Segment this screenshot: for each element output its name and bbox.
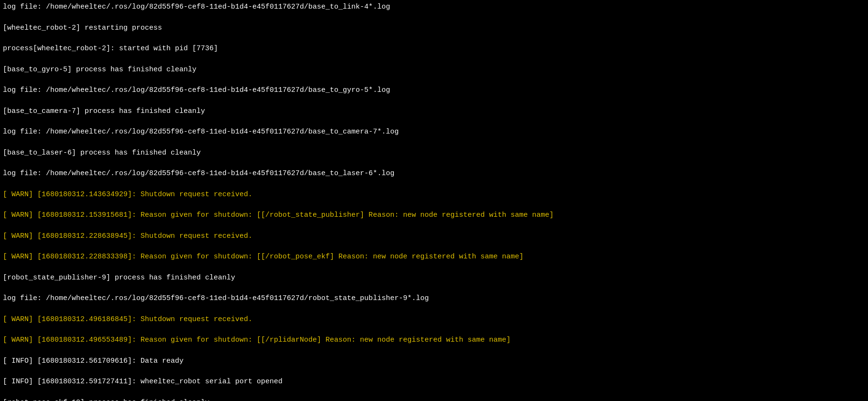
terminal-output: log file: /home/wheeltec/.ros/log/82d55f…	[0, 0, 868, 401]
terminal-line-19: [robot_pose_ekf-10] process has finished…	[3, 398, 865, 401]
terminal-line-4: log file: /home/wheeltec/.ros/log/82d55f…	[3, 85, 865, 96]
terminal-line-1: [wheeltec_robot-2] restarting process	[3, 23, 865, 33]
terminal-line-8: log file: /home/wheeltec/.ros/log/82d55f…	[3, 168, 865, 179]
terminal-line-5: [base_to_camera-7] process has finished …	[3, 106, 865, 117]
terminal-line-7: [base_to_laser-6] process has finished c…	[3, 148, 865, 158]
terminal-line-6: log file: /home/wheeltec/.ros/log/82d55f…	[3, 127, 865, 137]
terminal-line-2: process[wheeltec_robot-2]: started with …	[3, 44, 865, 54]
terminal-line-0: log file: /home/wheeltec/.ros/log/82d55f…	[3, 2, 865, 12]
terminal-line-12: [ WARN] [1680180312.228833398]: Reason g…	[3, 252, 865, 262]
terminal-line-13: [robot_state_publisher-9] process has fi…	[3, 273, 865, 283]
terminal-line-16: [ WARN] [1680180312.496553489]: Reason g…	[3, 335, 865, 345]
terminal-line-10: [ WARN] [1680180312.153915681]: Reason g…	[3, 210, 865, 221]
terminal-line-3: [base_to_gyro-5] process has finished cl…	[3, 65, 865, 75]
terminal-line-11: [ WARN] [1680180312.228638945]: Shutdown…	[3, 231, 865, 242]
terminal-line-17: [ INFO] [1680180312.561709616]: Data rea…	[3, 356, 865, 367]
terminal-line-15: [ WARN] [1680180312.496186845]: Shutdown…	[3, 314, 865, 325]
terminal-line-9: [ WARN] [1680180312.143634929]: Shutdown…	[3, 189, 865, 200]
terminal-line-18: [ INFO] [1680180312.591727411]: wheeltec…	[3, 377, 865, 387]
terminal-line-14: log file: /home/wheeltec/.ros/log/82d55f…	[3, 293, 865, 304]
